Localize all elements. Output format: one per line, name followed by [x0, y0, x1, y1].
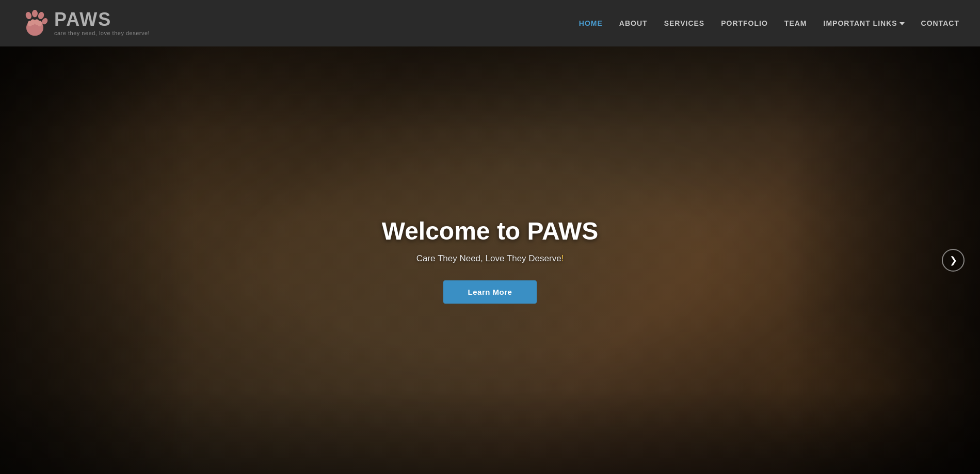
- nav-link-home[interactable]: HOME: [579, 19, 603, 27]
- nav-item-team[interactable]: TEAM: [784, 19, 807, 28]
- nav-item-about[interactable]: ABOUT: [619, 19, 648, 28]
- svg-point-8: [35, 19, 39, 25]
- nav-links: HOME ABOUT SERVICES PORTFOLIO TEAM IMPOR…: [579, 19, 959, 28]
- nav-item-important-links[interactable]: IMPORTANT LINKS: [824, 19, 905, 27]
- hero-section: Welcome to PAWS Care They Need, Love The…: [0, 46, 980, 474]
- nav-item-contact[interactable]: CONTACT: [921, 19, 959, 28]
- nav-item-home[interactable]: HOME: [579, 19, 603, 28]
- nav-link-services[interactable]: SERVICES: [664, 19, 705, 27]
- logo-area: PAWS care they need, love they deserve!: [21, 9, 150, 38]
- nav-link-team[interactable]: TEAM: [784, 19, 807, 27]
- paw-icon: [21, 9, 49, 38]
- hero-subtitle: Care They Need, Love They Deserve!: [382, 254, 599, 264]
- chevron-down-icon: [899, 22, 905, 25]
- nav-dropdown-important-links[interactable]: IMPORTANT LINKS: [824, 19, 905, 27]
- svg-point-1: [32, 10, 38, 17]
- nav-link-important-links[interactable]: IMPORTANT LINKS: [824, 19, 897, 27]
- logo-title: PAWS: [54, 10, 150, 29]
- learn-more-button[interactable]: Learn More: [443, 280, 537, 304]
- logo-tagline: care they need, love they deserve!: [54, 30, 150, 36]
- nav-item-portfolio[interactable]: PORTFOLIO: [721, 19, 768, 28]
- hero-content: Welcome to PAWS Care They Need, Love The…: [382, 217, 599, 304]
- navbar: PAWS care they need, love they deserve! …: [0, 0, 980, 46]
- logo-text-group: PAWS care they need, love they deserve!: [54, 10, 150, 36]
- svg-point-7: [30, 19, 35, 25]
- svg-point-0: [25, 11, 33, 20]
- nav-link-about[interactable]: ABOUT: [619, 19, 648, 27]
- hero-title: Welcome to PAWS: [382, 217, 599, 245]
- nav-link-contact[interactable]: CONTACT: [921, 19, 959, 27]
- nav-item-services[interactable]: SERVICES: [664, 19, 705, 28]
- nav-link-portfolio[interactable]: PORTFOLIO: [721, 19, 768, 27]
- carousel-next-button[interactable]: ❯: [942, 249, 965, 272]
- hero-subtitle-emphasis: !: [561, 254, 564, 263]
- chevron-right-icon: ❯: [950, 255, 957, 266]
- hero-subtitle-text: Care They Need, Love They Deserve: [416, 254, 561, 263]
